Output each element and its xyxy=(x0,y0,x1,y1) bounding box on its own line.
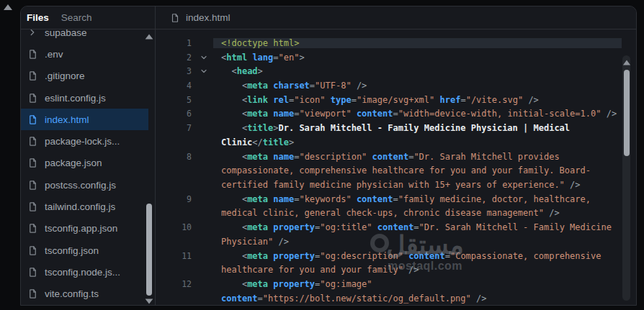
code-row: content="https://bolt.new/static/og_defa… xyxy=(156,291,636,306)
file-icon xyxy=(27,267,38,278)
scroll-up-arrow-icon[interactable] xyxy=(4,4,12,10)
scrollbar-thumb[interactable] xyxy=(146,204,152,296)
code-line[interactable]: certified family medicine physician with… xyxy=(213,180,622,190)
sidebar-scrollbar[interactable] xyxy=(146,29,153,305)
scroll-up-arrow-icon[interactable] xyxy=(146,34,153,39)
code-row: 6 <meta name="viewport" content="width=d… xyxy=(156,107,636,122)
tab-search[interactable]: Search xyxy=(61,12,92,23)
line-number: 3 xyxy=(156,66,192,76)
file-item-tsconfig-app-json[interactable]: tsconfig.app.json xyxy=(21,218,148,240)
file-icon xyxy=(27,93,38,104)
code-row: 12 <meta property="og:image" xyxy=(156,277,636,291)
workbench-panel: Files Search supabase.env.gitignoreeslin… xyxy=(20,6,637,306)
file-icon xyxy=(27,70,38,81)
file-item-tailwind-config-js[interactable]: tailwind.config.js xyxy=(21,196,148,217)
line-number: 1 xyxy=(156,38,192,48)
sidebar-tabs: Files Search xyxy=(21,6,155,29)
file-name-label: package.json xyxy=(45,158,102,168)
scroll-down-arrow-icon[interactable] xyxy=(146,298,153,304)
code-line[interactable]: <html lang="en"> xyxy=(213,53,622,63)
code-line[interactable]: Physician" /> xyxy=(213,237,622,247)
code-row: Physician" /> xyxy=(156,234,636,249)
code-area[interactable]: 1<!doctype html>2<html lang="en">3 <head… xyxy=(156,29,636,306)
file-list: supabase.env.gitignoreeslint.config.jsin… xyxy=(21,22,155,305)
file-item--gitignore[interactable]: .gitignore xyxy=(21,65,148,87)
file-name-label: postcss.config.js xyxy=(45,180,116,191)
editor-tab-bar: index.html xyxy=(156,6,636,29)
file-item-tsconfig-node-js-[interactable]: tsconfig.node.js... xyxy=(21,261,148,283)
file-item-tsconfig-json[interactable]: tsconfig.json xyxy=(21,240,148,261)
code-row: 11 <meta property="og:description" conte… xyxy=(156,249,636,263)
file-name-label: tailwind.config.js xyxy=(45,201,115,212)
code-row: 5 <link rel="icon" type="image/svg+xml" … xyxy=(156,93,636,107)
page-scrollbar[interactable] xyxy=(0,0,20,310)
file-icon xyxy=(27,245,38,256)
code-row: 8 <meta name="description" content="Dr. … xyxy=(156,150,636,164)
code-line[interactable]: Clinic</title> xyxy=(213,137,622,147)
code-row: 7 <title>Dr. Sarah Mitchell - Family Med… xyxy=(156,121,636,135)
file-icon xyxy=(170,13,180,23)
file-icon xyxy=(27,158,38,168)
code-row: 9 <meta name="keywords" content="family … xyxy=(156,192,636,206)
file-name-label: tsconfig.app.json xyxy=(45,223,117,234)
file-icon xyxy=(27,114,38,125)
app-window: Files Search supabase.env.gitignoreeslin… xyxy=(0,0,644,310)
code-row: 4 <meta charset="UTF-8" /> xyxy=(156,78,636,93)
file-icon xyxy=(27,136,38,147)
code-line[interactable]: <meta property="og:image" xyxy=(213,279,622,289)
file-item-postcss-config-js[interactable]: postcss.config.js xyxy=(21,174,148,196)
code-line[interactable]: medical clinic, general check-ups, chron… xyxy=(213,208,622,218)
fold-chevron-icon[interactable] xyxy=(192,53,213,62)
file-item-eslint-config-js[interactable]: eslint.config.js xyxy=(21,87,148,109)
file-icon xyxy=(27,288,38,299)
code-row: certified family medicine physician with… xyxy=(156,178,636,192)
line-number: 4 xyxy=(156,81,192,91)
line-number: 11 xyxy=(156,251,192,261)
file-explorer-sidebar: Files Search supabase.env.gitignoreeslin… xyxy=(21,6,156,305)
file-name-label: tsconfig.node.js... xyxy=(45,267,120,278)
code-line[interactable]: <meta name="viewport" content="width=dev… xyxy=(213,109,622,119)
line-number: 9 xyxy=(156,194,192,204)
fold-chevron-icon[interactable] xyxy=(192,67,213,76)
code-line[interactable]: <meta name="keywords" content="family me… xyxy=(213,194,622,204)
file-icon xyxy=(27,180,38,191)
file-item-index-html[interactable]: index.html xyxy=(21,109,148,130)
code-line[interactable]: <!doctype html> xyxy=(213,38,622,48)
file-name-label: index.html xyxy=(45,114,89,125)
file-name-label: vite.config.ts xyxy=(45,288,99,299)
line-number: 8 xyxy=(156,152,192,162)
code-lines: 1<!doctype html>2<html lang="en">3 <head… xyxy=(156,36,636,306)
file-item-vite-config-ts[interactable]: vite.config.ts xyxy=(21,283,148,305)
file-item--env[interactable]: .env xyxy=(21,43,148,65)
code-row: compassionate, comprehensive healthcare … xyxy=(156,163,636,178)
line-number: 12 xyxy=(156,279,192,289)
code-line[interactable]: compassionate, comprehensive healthcare … xyxy=(213,165,622,175)
code-line[interactable]: <meta property="og:title" content="Dr. S… xyxy=(213,222,622,232)
code-line[interactable]: <title>Dr. Sarah Mitchell - Family Medic… xyxy=(213,123,622,133)
scrollbar-thumb[interactable] xyxy=(624,70,630,156)
code-row: 2<html lang="en"> xyxy=(156,50,636,65)
code-line[interactable]: <link rel="icon" type="image/svg+xml" hr… xyxy=(213,95,622,105)
code-row: healthcare for you and your family" /> xyxy=(156,263,636,278)
code-line[interactable]: <meta property="og:description" content=… xyxy=(213,251,622,261)
code-line[interactable]: content="https://bolt.new/static/og_defa… xyxy=(213,293,622,304)
code-row: Clinic</title> xyxy=(156,135,636,150)
code-row: 3 <head> xyxy=(156,64,636,78)
file-icon xyxy=(27,201,38,212)
code-row: 10 <meta property="og:title" content="Dr… xyxy=(156,220,636,234)
tab-files[interactable]: Files xyxy=(27,12,49,23)
line-number: 10 xyxy=(156,222,192,232)
scroll-up-arrow-icon[interactable] xyxy=(623,60,630,65)
editor-tab-index-html[interactable]: index.html xyxy=(186,12,231,23)
file-name-label: eslint.config.js xyxy=(45,93,106,104)
editor: index.html 1<!doctype html>2<html lang="… xyxy=(156,6,636,305)
code-line[interactable]: <meta name="description" content="Dr. Sa… xyxy=(213,152,622,162)
file-name-label: tsconfig.json xyxy=(45,245,99,256)
code-line[interactable]: <head> xyxy=(213,66,622,76)
code-line[interactable]: healthcare for you and your family" /> xyxy=(213,265,622,275)
file-item-package-json[interactable]: package.json xyxy=(21,152,148,174)
editor-scrollbar[interactable] xyxy=(622,55,630,301)
line-number: 5 xyxy=(156,95,192,105)
code-line[interactable]: <meta charset="UTF-8" /> xyxy=(213,81,622,91)
file-item-package-lock-js-[interactable]: package-lock.js... xyxy=(21,130,148,152)
